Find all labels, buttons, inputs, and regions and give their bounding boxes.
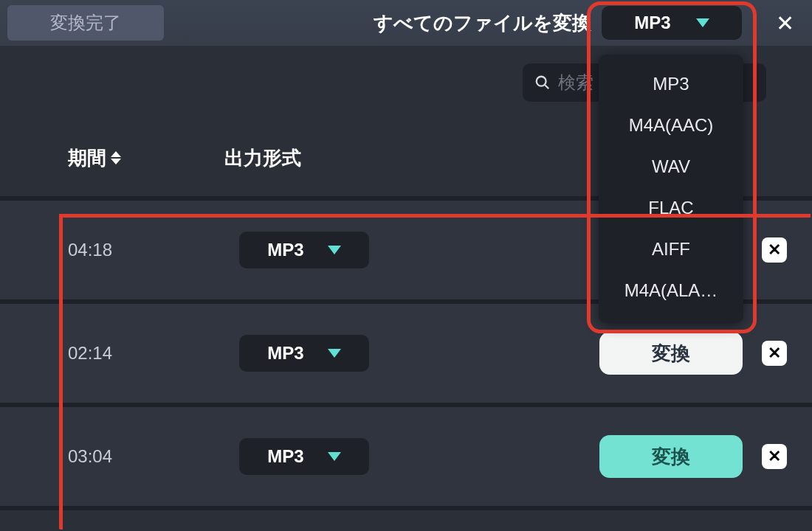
format-option[interactable]: M4A(ALA… (599, 270, 743, 311)
global-format-select[interactable]: MP3 (602, 6, 742, 40)
row-format-value: MP3 (267, 446, 303, 467)
format-option[interactable]: FLAC (599, 187, 743, 229)
chevron-down-icon (328, 349, 341, 358)
format-dropdown[interactable]: MP3 M4A(AAC) WAV FLAC AIFF M4A(ALA… (599, 55, 743, 323)
search-icon (534, 74, 551, 91)
convert-button[interactable]: 変換 (599, 332, 743, 375)
row-format-value: MP3 (267, 240, 303, 260)
column-output-format-label: 出力形式 (224, 145, 301, 171)
row-format-select[interactable]: MP3 (239, 335, 369, 372)
close-icon[interactable]: ✕ (776, 10, 794, 36)
tab-conversion-complete[interactable]: 変換完了 (7, 5, 164, 41)
format-cell: MP3 (239, 335, 490, 372)
delete-row-button[interactable]: ✕ (762, 444, 787, 469)
duration-value: 03:04 (68, 446, 239, 467)
svg-point-0 (537, 77, 546, 86)
column-duration[interactable]: 期間 (68, 145, 121, 171)
format-option[interactable]: AIFF (599, 229, 743, 270)
column-duration-label: 期間 (68, 145, 106, 171)
format-option[interactable]: MP3 (599, 63, 743, 105)
convert-all-label: すべてのファイルを変換 (374, 10, 591, 36)
chevron-down-icon (328, 452, 341, 461)
format-option[interactable]: WAV (599, 146, 743, 187)
convert-button[interactable]: 変換 (599, 435, 743, 478)
format-option[interactable]: M4A(AAC) (599, 105, 743, 146)
delete-row-button[interactable]: ✕ (762, 341, 787, 366)
column-output-format: 出力形式 (224, 145, 301, 171)
duration-value: 04:18 (68, 240, 239, 260)
sort-icon (111, 151, 121, 164)
chevron-down-icon (696, 18, 709, 27)
row-format-select[interactable]: MP3 (239, 232, 369, 268)
format-cell: MP3 (239, 232, 490, 268)
global-format-value: MP3 (634, 13, 670, 33)
header-bar: 変換完了 すべてのファイルを変換 MP3 ✕ (0, 0, 812, 46)
table-row: 03:04MP3変換✕ (0, 407, 812, 510)
row-format-select[interactable]: MP3 (239, 438, 369, 475)
duration-value: 02:14 (68, 343, 239, 364)
chevron-down-icon (328, 246, 341, 254)
format-cell: MP3 (239, 438, 490, 475)
row-format-value: MP3 (267, 343, 303, 364)
svg-line-1 (545, 85, 548, 88)
delete-row-button[interactable]: ✕ (762, 237, 787, 263)
